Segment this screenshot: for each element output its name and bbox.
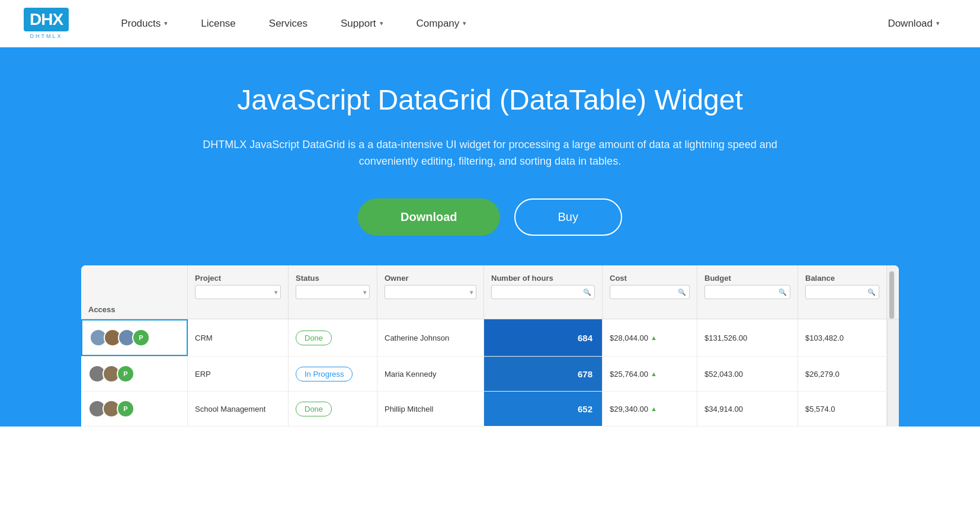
balance-search-icon: 🔍 xyxy=(867,288,876,296)
cost-cell-2: $25,764.00 ▲ xyxy=(603,357,697,391)
table-preview-wrap: Access Project ▾ Status ▾ xyxy=(81,265,899,427)
col-balance-label: Balance xyxy=(805,274,835,283)
col-cost-label: Cost xyxy=(610,274,627,283)
nav-products[interactable]: Products ▾ xyxy=(104,0,184,47)
table-header: Access Project ▾ Status ▾ xyxy=(81,265,899,319)
balance-filter-wrap: 🔍 xyxy=(805,285,879,299)
row-scroll-2 xyxy=(887,357,899,391)
nav-download[interactable]: Download ▾ xyxy=(871,0,956,47)
access-cell-2: P xyxy=(81,357,188,391)
data-table: Access Project ▾ Status ▾ xyxy=(81,265,899,427)
buy-button[interactable]: Buy xyxy=(514,198,622,236)
hours-cell-2: 678 xyxy=(484,357,603,391)
products-chevron-icon: ▾ xyxy=(164,20,168,27)
avatar-p-3: P xyxy=(117,400,134,418)
logo[interactable]: DHX DHTMLX xyxy=(24,8,69,39)
budget-cell-3: $34,914.00 xyxy=(697,392,798,426)
avatars-1: P xyxy=(89,329,150,347)
status-badge-1: Done xyxy=(296,331,332,345)
col-cost: Cost 🔍 xyxy=(603,265,697,319)
col-budget-label: Budget xyxy=(704,274,731,283)
avatars-2: P xyxy=(88,365,134,383)
col-status-label: Status xyxy=(296,274,319,283)
hours-filter-input[interactable] xyxy=(491,285,595,299)
status-filter-select[interactable] xyxy=(296,285,370,299)
col-owner: Owner ▾ xyxy=(377,265,484,319)
budget-search-icon: 🔍 xyxy=(779,288,787,296)
table-row[interactable]: P CRM Done Catherine Johnson 684 $28,044… xyxy=(81,319,899,357)
hero-section: JavaScript DataGrid (DataTable) Widget D… xyxy=(0,47,980,427)
col-access: Access xyxy=(81,265,188,319)
col-project: Project ▾ xyxy=(188,265,289,319)
hero-description: DHTMLX JavaScript DataGrid is a a data-i… xyxy=(194,136,786,171)
owner-cell-2: Maria Kennedy xyxy=(377,357,484,391)
avatar-p-1: P xyxy=(132,329,150,347)
budget-cell-2: $52,043.00 xyxy=(697,357,798,391)
nav-services[interactable]: Services xyxy=(252,0,324,47)
col-balance: Balance 🔍 xyxy=(798,265,887,319)
row-scroll-3 xyxy=(887,392,899,426)
budget-cell-1: $131,526.00 xyxy=(697,319,798,356)
owner-cell-1: Catherine Johnson xyxy=(377,319,484,356)
project-filter-select[interactable] xyxy=(195,285,281,299)
nav-links: Products ▾ License Services Support ▾ Co… xyxy=(104,0,956,47)
hours-cell-1: 684 xyxy=(484,319,603,356)
company-chevron-icon: ▾ xyxy=(463,20,466,27)
col-owner-label: Owner xyxy=(385,274,408,283)
cost-trend-icon-3: ▲ xyxy=(651,405,657,412)
access-cell-1: P xyxy=(81,319,188,356)
status-cell-1: Done xyxy=(289,319,377,356)
col-hours-label: Number of hours xyxy=(491,274,553,283)
status-badge-2: In Progress xyxy=(296,367,353,381)
budget-filter-input[interactable] xyxy=(704,285,790,299)
project-cell-2: ERP xyxy=(188,357,289,391)
col-hours: Number of hours 🔍 xyxy=(484,265,603,319)
logo-text: DHX xyxy=(24,8,69,31)
col-status: Status ▾ xyxy=(289,265,377,319)
cost-trend-icon-2: ▲ xyxy=(651,370,657,377)
download-button[interactable]: Download xyxy=(358,198,500,236)
cost-cell-3: $29,340.00 ▲ xyxy=(603,392,697,426)
hours-search-icon: 🔍 xyxy=(583,288,591,296)
row-scroll-1 xyxy=(887,319,899,356)
status-cell-2: In Progress xyxy=(289,357,377,391)
hours-cell-3: 652 xyxy=(484,392,603,426)
budget-filter-wrap: 🔍 xyxy=(704,285,790,299)
hours-filter-wrap: 🔍 xyxy=(491,285,595,299)
table-row[interactable]: P School Management Done Phillip Mitchel… xyxy=(81,392,899,427)
project-cell-3: School Management xyxy=(188,392,289,426)
status-filter-wrap: ▾ xyxy=(296,285,370,299)
balance-cell-1: $103,482.0 xyxy=(798,319,887,356)
owner-filter-wrap: ▾ xyxy=(385,285,476,299)
scrollbar[interactable] xyxy=(887,265,896,319)
access-cell-3: P xyxy=(81,392,188,426)
cost-cell-1: $28,044.00 ▲ xyxy=(603,319,697,356)
cost-trend-icon-1: ▲ xyxy=(651,334,657,341)
hero-buttons: Download Buy xyxy=(358,198,622,236)
scrollbar-thumb xyxy=(889,271,894,319)
avatars-3: P xyxy=(88,400,134,418)
cost-search-icon: 🔍 xyxy=(678,288,686,296)
owner-filter-select[interactable] xyxy=(385,285,476,299)
balance-cell-3: $5,574.0 xyxy=(798,392,887,426)
project-cell-1: CRM xyxy=(188,319,289,356)
cost-filter-wrap: 🔍 xyxy=(610,285,690,299)
navbar: DHX DHTMLX Products ▾ License Services S… xyxy=(0,0,980,47)
status-cell-3: Done xyxy=(289,392,377,426)
avatar-p-2: P xyxy=(117,365,134,383)
nav-license[interactable]: License xyxy=(184,0,252,47)
download-chevron-icon: ▾ xyxy=(936,20,940,27)
col-budget: Budget 🔍 xyxy=(697,265,798,319)
col-project-label: Project xyxy=(195,274,221,283)
table-row[interactable]: P ERP In Progress Maria Kennedy 678 $25,… xyxy=(81,357,899,392)
project-filter-wrap: ▾ xyxy=(195,285,281,299)
logo-subtitle: DHTMLX xyxy=(24,33,69,39)
nav-company[interactable]: Company ▾ xyxy=(400,0,483,47)
balance-cell-2: $26,279.0 xyxy=(798,357,887,391)
col-access-label: Access xyxy=(88,305,116,314)
nav-support[interactable]: Support ▾ xyxy=(324,0,400,47)
hero-title: JavaScript DataGrid (DataTable) Widget xyxy=(237,83,743,117)
support-chevron-icon: ▾ xyxy=(380,20,383,27)
status-badge-3: Done xyxy=(296,402,332,416)
owner-cell-3: Phillip Mitchell xyxy=(377,392,484,426)
